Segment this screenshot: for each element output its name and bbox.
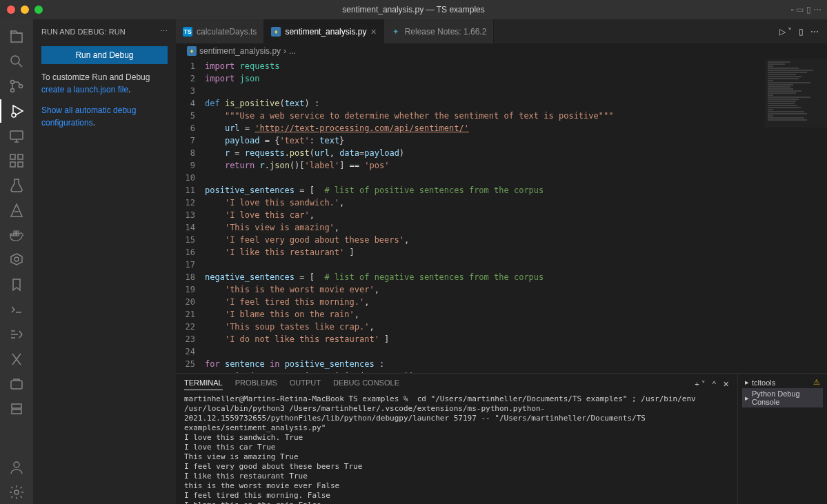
search-icon[interactable]	[0, 50, 33, 73]
window-title: sentiment_analysis.py — TS examples	[342, 5, 485, 14]
tab-actions: ▷ ˅ ▯ ⋯	[779, 19, 827, 43]
activity-bar	[0, 19, 33, 504]
minimap[interactable]	[765, 59, 827, 128]
panel-tab-problems[interactable]: PROBLEMS	[235, 379, 277, 390]
show-all-configs-link[interactable]: Show all automatic debug configurations	[41, 105, 136, 128]
editor-area: TScalculateDays.ts♦sentiment_analysis.py…	[176, 19, 827, 504]
warning-icon: ⚠	[813, 378, 820, 387]
rn-icon: ✦	[391, 27, 401, 37]
terminal-output[interactable]: martinheller@Martins-Retina-MacBook TS e…	[176, 394, 737, 504]
svg-point-3	[19, 85, 23, 88]
tool-icon-2[interactable]	[0, 323, 33, 346]
code-content[interactable]: import requestsimport json def is_positi…	[205, 59, 827, 373]
create-launch-link[interactable]: create a launch.json file	[41, 85, 128, 94]
run-debug-icon[interactable]	[0, 99, 33, 123]
terminal-icon: ▸	[745, 378, 749, 387]
explorer-icon[interactable]	[0, 25, 33, 48]
editor-tabs: TScalculateDays.ts♦sentiment_analysis.py…	[176, 19, 827, 43]
titlebar: sentiment_analysis.py — TS examples ▫ ▭ …	[0, 0, 827, 19]
panel-tab-debug-console[interactable]: DEBUG CONSOLE	[333, 379, 399, 390]
settings-icon[interactable]	[0, 481, 33, 504]
close-tab-icon[interactable]: ×	[370, 26, 376, 37]
editor-tab[interactable]: ♦sentiment_analysis.py×	[264, 19, 383, 43]
tool-icon-4[interactable]	[0, 372, 33, 396]
editor-tab[interactable]: ✦Release Notes: 1.66.2	[384, 19, 495, 43]
sidebar: RUN AND DEBUG: RUN ⋯ Run and Debug To cu…	[33, 19, 176, 504]
python-icon: ♦	[187, 46, 197, 56]
svg-point-4	[12, 113, 16, 117]
azure-icon[interactable]	[0, 199, 33, 222]
window-controls	[0, 6, 43, 14]
maximize-panel-icon[interactable]: ^	[713, 380, 716, 389]
svg-point-2	[11, 89, 14, 92]
svg-rect-9	[18, 162, 23, 167]
bottom-panel: TERMINALPROBLEMSOUTPUTDEBUG CONSOLE + ˅ …	[176, 373, 827, 504]
terminal-instance[interactable]: ▸tcltools⚠	[742, 376, 823, 388]
more-actions-icon[interactable]: ⋯	[810, 27, 819, 37]
minimize-window[interactable]	[21, 6, 29, 14]
sidebar-header: RUN AND DEBUG: RUN ⋯	[33, 19, 176, 43]
run-icon[interactable]: ▷ ˅	[779, 27, 792, 37]
code-editor[interactable]: 1234567891011121314151617181920212223242…	[176, 59, 827, 373]
panel-tab-output[interactable]: OUTPUT	[290, 379, 321, 390]
customize-text: To customize Run and Debug create a laun…	[33, 71, 176, 96]
testing-icon[interactable]	[0, 174, 33, 197]
source-control-icon[interactable]	[0, 74, 33, 98]
maximize-window[interactable]	[34, 6, 43, 14]
terminal-icon: ▸	[745, 394, 749, 403]
svg-point-13	[14, 490, 19, 494]
svg-rect-7	[18, 154, 23, 159]
tool-icon-3[interactable]	[0, 347, 33, 371]
line-numbers: 1234567891011121314151617181920212223242…	[176, 59, 205, 373]
split-icon[interactable]: ▯	[799, 27, 804, 37]
remote-icon[interactable]	[0, 124, 33, 148]
svg-rect-6	[10, 154, 15, 159]
svg-point-10	[14, 257, 19, 261]
run-and-debug-button[interactable]: Run and Debug	[41, 46, 168, 64]
close-panel-icon[interactable]: ✕	[723, 380, 729, 389]
py-icon: ♦	[271, 27, 281, 37]
extensions-icon[interactable]	[0, 149, 33, 172]
account-icon[interactable]	[0, 456, 33, 479]
breadcrumb[interactable]: ♦ sentiment_analysis.py › ...	[176, 43, 827, 59]
editor-tab[interactable]: TScalculateDays.ts	[176, 19, 264, 43]
svg-point-0	[11, 56, 19, 64]
terminal-list: ▸tcltools⚠▸Python Debug Console	[737, 374, 827, 504]
new-terminal-icon[interactable]: + ˅	[695, 380, 705, 389]
layout-controls[interactable]: ▫ ▭ ▯ ⋯	[791, 5, 821, 14]
svg-point-1	[11, 81, 14, 84]
close-window[interactable]	[7, 6, 15, 14]
svg-point-12	[14, 462, 19, 467]
tool-icon-5[interactable]	[0, 397, 33, 421]
ts-icon: TS	[183, 27, 192, 37]
docker-icon[interactable]	[0, 223, 33, 247]
panel-tab-terminal[interactable]: TERMINAL	[184, 379, 223, 390]
svg-rect-11	[11, 381, 22, 389]
sidebar-title: RUN AND DEBUG: RUN	[41, 28, 126, 36]
terminal-instance[interactable]: ▸Python Debug Console	[742, 388, 823, 407]
more-icon[interactable]: ⋯	[160, 27, 168, 36]
svg-rect-5	[10, 131, 23, 139]
panel-tabs: TERMINALPROBLEMSOUTPUTDEBUG CONSOLE + ˅ …	[176, 374, 737, 394]
kubernetes-icon[interactable]	[0, 248, 33, 272]
tool-icon-1[interactable]	[0, 298, 33, 321]
bookmark-icon[interactable]	[0, 273, 33, 296]
svg-rect-8	[10, 162, 15, 167]
